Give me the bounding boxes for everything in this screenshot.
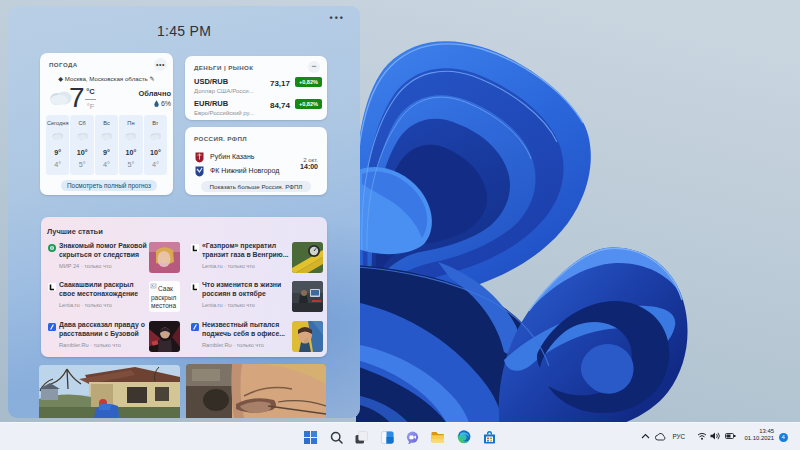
svg-text:местона: местона: [151, 302, 176, 309]
svg-text:раскрыл: раскрыл: [151, 294, 177, 302]
svg-text:Саак: Саак: [158, 285, 173, 292]
